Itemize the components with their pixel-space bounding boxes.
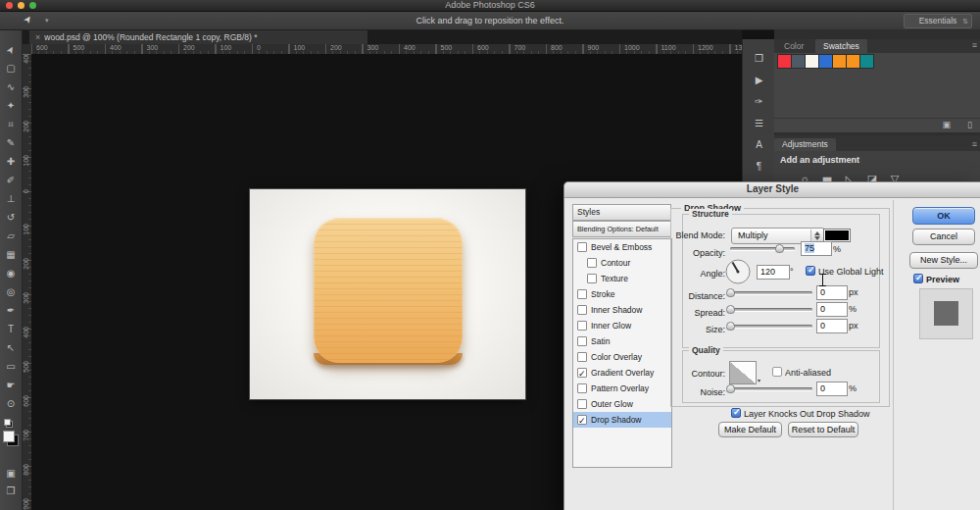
dodge-tool-icon[interactable]: ◎ — [0, 284, 22, 300]
tab-swatches[interactable]: Swatches — [815, 39, 867, 53]
gradient-tool-icon[interactable]: ▦ — [0, 247, 22, 263]
eraser-tool-icon[interactable]: ▱ — [0, 229, 22, 244]
screen-mode-icon[interactable]: ❐ — [0, 484, 22, 499]
style-item-checkbox[interactable] — [577, 368, 587, 378]
history-brush-tool-icon[interactable]: ↺ — [0, 210, 22, 226]
layer-knockout-checkbox[interactable] — [731, 408, 741, 418]
style-item-checkbox[interactable] — [577, 242, 587, 252]
color-swatch[interactable] — [847, 55, 859, 68]
foreground-color-swatch[interactable] — [3, 431, 15, 442]
quick-selection-tool-icon[interactable]: ✦ — [0, 98, 22, 114]
move-tool-icon[interactable]: ➤ — [0, 36, 23, 63]
style-item-bevel-emboss[interactable]: Bevel & Emboss — [573, 239, 671, 255]
marquee-tool-icon[interactable]: ▢ — [0, 61, 22, 76]
actions-panel-icon[interactable]: ▶ — [743, 73, 775, 88]
distance-input[interactable]: 0 — [816, 285, 848, 300]
blending-options-item[interactable]: Blending Options: Default — [572, 221, 671, 237]
pen-tool-icon[interactable]: ✒ — [0, 303, 22, 319]
blur-tool-icon[interactable]: ◉ — [0, 266, 22, 281]
clone-stamp-tool-icon[interactable]: ⊥ — [0, 191, 22, 207]
color-swatch[interactable] — [778, 55, 791, 68]
clone-source-panel-icon[interactable]: ❐ — [743, 51, 775, 67]
tab-color[interactable]: Color — [776, 39, 811, 53]
style-item-texture[interactable]: Texture — [573, 271, 671, 286]
path-selection-tool-icon[interactable]: ↖ — [0, 340, 22, 356]
tab-close-icon[interactable]: × — [35, 32, 40, 42]
tab-adjustments[interactable]: Adjustments — [774, 138, 836, 151]
dialog-titlebar[interactable]: Layer Style — [564, 182, 980, 198]
shape-tool-icon[interactable]: ▭ — [0, 359, 22, 375]
opacity-slider-thumb[interactable] — [775, 244, 784, 253]
style-item-contour[interactable]: Contour — [573, 255, 671, 271]
distance-slider-thumb[interactable] — [726, 288, 735, 297]
make-default-button[interactable]: Make Default — [718, 422, 782, 437]
adjustments-menu-icon[interactable]: ≡ — [972, 139, 977, 149]
quick-mask-icon[interactable]: ▣ — [0, 466, 22, 482]
healing-brush-tool-icon[interactable]: ✚ — [0, 154, 22, 170]
contour-picker[interactable] — [729, 361, 757, 384]
opacity-slider[interactable] — [730, 244, 795, 253]
color-swatch[interactable] — [819, 55, 832, 68]
document-canvas[interactable] — [250, 189, 525, 399]
size-slider[interactable] — [728, 322, 812, 331]
color-swatch[interactable] — [792, 55, 805, 68]
character-panel-icon[interactable]: A — [743, 137, 775, 153]
style-item-gradient-overlay[interactable]: Gradient Overlay — [573, 365, 671, 381]
preview-checkbox[interactable] — [913, 274, 923, 283]
angle-dial[interactable] — [725, 259, 751, 284]
opacity-input[interactable]: 75 — [801, 241, 832, 256]
reset-default-button[interactable]: Reset to Default — [788, 422, 858, 437]
shadow-color-swatch[interactable] — [823, 229, 851, 242]
crop-tool-icon[interactable]: ⌗ — [0, 117, 22, 132]
lasso-tool-icon[interactable]: ∿ — [0, 79, 22, 95]
new-style-button[interactable]: New Style... — [909, 252, 978, 269]
style-item-inner-glow[interactable]: Inner Glow — [573, 318, 671, 333]
tool-presets-panel-icon[interactable]: ☰ — [743, 116, 775, 131]
foreground-background-swatches[interactable] — [3, 431, 19, 446]
wood-rounded-square-artwork[interactable] — [314, 218, 463, 363]
cancel-button[interactable]: Cancel — [912, 229, 975, 245]
color-swatch[interactable] — [806, 55, 818, 68]
noise-slider[interactable] — [728, 384, 812, 393]
style-item-satin[interactable]: Satin — [573, 333, 671, 349]
type-tool-icon[interactable]: T — [0, 322, 22, 337]
style-item-stroke[interactable]: Stroke — [573, 286, 671, 302]
panel-menu-icon[interactable]: ≡ — [972, 40, 977, 50]
style-item-checkbox[interactable] — [577, 305, 587, 315]
contour-arrow-icon[interactable]: ▾ — [758, 377, 760, 383]
angle-input[interactable]: 120 — [757, 265, 790, 280]
style-item-checkbox[interactable] — [577, 383, 587, 393]
default-colors-icon[interactable] — [4, 419, 13, 428]
distance-slider[interactable] — [728, 288, 812, 297]
new-swatch-icon[interactable]: ▣ — [942, 120, 951, 129]
style-item-color-overlay[interactable]: Color Overlay — [573, 349, 671, 365]
style-item-checkbox[interactable] — [577, 415, 587, 425]
brush-panel-icon[interactable]: ✑ — [743, 94, 775, 110]
style-item-pattern-overlay[interactable]: Pattern Overlay — [573, 381, 671, 396]
delete-swatch-icon[interactable]: ▯ — [967, 120, 972, 129]
style-item-checkbox[interactable] — [577, 336, 587, 346]
size-input[interactable]: 0 — [816, 319, 848, 333]
spread-input[interactable]: 0 — [816, 302, 848, 317]
noise-input[interactable]: 0 — [816, 382, 848, 396]
ok-button[interactable]: OK — [912, 207, 975, 225]
style-item-checkbox[interactable] — [587, 274, 597, 283]
style-item-checkbox[interactable] — [577, 289, 587, 299]
style-item-drop-shadow[interactable]: Drop Shadow — [573, 412, 671, 428]
style-item-checkbox[interactable] — [577, 399, 587, 409]
spread-slider-thumb[interactable] — [726, 305, 735, 314]
spread-slider[interactable] — [728, 305, 812, 314]
eyedropper-tool-icon[interactable]: ✎ — [0, 135, 22, 151]
size-slider-thumb[interactable] — [726, 322, 735, 331]
use-global-light-checkbox[interactable] — [806, 266, 815, 276]
document-tab[interactable]: ×wood.psd @ 100% (Rounded Rectangle 1 co… — [29, 30, 368, 44]
color-swatch[interactable] — [860, 55, 873, 68]
style-item-outer-glow[interactable]: Outer Glow — [573, 396, 671, 412]
color-swatch[interactable] — [833, 55, 846, 68]
anti-aliased-checkbox[interactable] — [772, 367, 782, 377]
style-item-checkbox[interactable] — [577, 321, 587, 331]
workspace-switcher[interactable]: Essentials ⇅ — [904, 14, 972, 28]
style-item-inner-shadow[interactable]: Inner Shadow — [573, 302, 671, 318]
brush-tool-icon[interactable]: ✐ — [0, 173, 22, 188]
style-item-checkbox[interactable] — [577, 352, 587, 362]
